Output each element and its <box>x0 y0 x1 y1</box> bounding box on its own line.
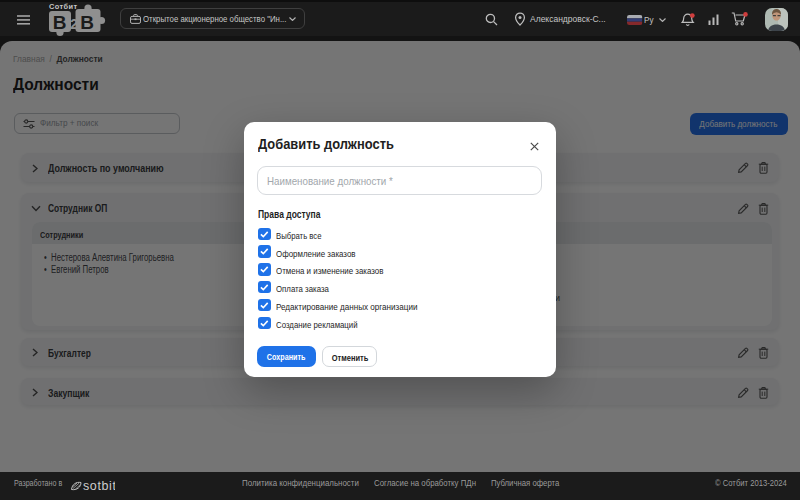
svg-text:Сотбит: Сотбит <box>49 2 77 11</box>
svg-text:2: 2 <box>70 16 78 32</box>
svg-text:B: B <box>80 12 94 33</box>
svg-text:sotbit: sotbit <box>83 479 115 493</box>
svg-text:B: B <box>53 12 67 33</box>
